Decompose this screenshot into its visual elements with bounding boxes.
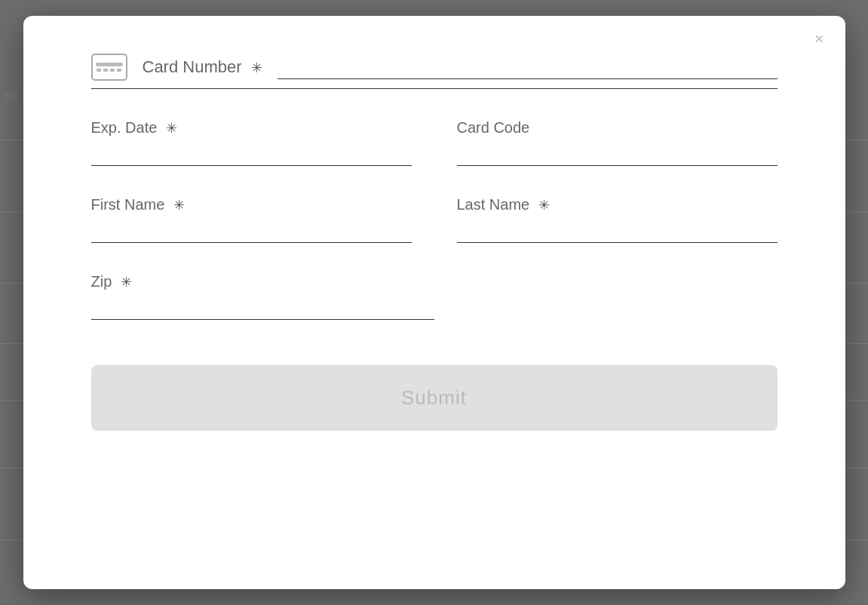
card-icon-dots (97, 69, 121, 72)
first-name-label: First Name ✳ (91, 196, 412, 213)
close-button[interactable]: × (814, 31, 824, 48)
modal-dialog: × Card Number ✳ Exp. Date ✳ (23, 16, 845, 589)
exp-date-input[interactable] (91, 143, 412, 166)
submit-button[interactable]: Submit (91, 365, 778, 431)
card-number-label: Card Number ✳ (143, 57, 262, 77)
zip-label: Zip ✳ (91, 273, 434, 290)
zip-row: Zip ✳ (91, 273, 778, 320)
card-code-input[interactable] (457, 143, 778, 166)
name-row: First Name ✳ Last Name ✳ (91, 196, 778, 243)
last-name-group: Last Name ✳ (457, 196, 778, 243)
zip-required: ✳ (121, 275, 132, 290)
card-code-label: Card Code (457, 119, 778, 137)
zip-group: Zip ✳ (91, 273, 434, 320)
card-code-group: Card Code (457, 119, 778, 166)
card-number-row: Card Number ✳ (91, 54, 778, 89)
exp-date-group: Exp. Date ✳ (91, 119, 412, 166)
card-number-required: ✳ (251, 60, 262, 75)
first-name-group: First Name ✳ (91, 196, 412, 243)
exp-date-card-code-row: Exp. Date ✳ Card Code (91, 119, 778, 166)
last-name-label: Last Name ✳ (457, 196, 778, 213)
first-name-required: ✳ (173, 198, 185, 213)
card-number-input[interactable] (278, 56, 778, 79)
zip-input[interactable] (91, 296, 434, 320)
last-name-input[interactable] (457, 220, 778, 243)
first-name-input[interactable] (91, 220, 412, 243)
exp-date-label: Exp. Date ✳ (91, 119, 412, 137)
card-icon-stripe (96, 63, 123, 66)
exp-date-required: ✳ (166, 121, 177, 136)
credit-card-icon (91, 54, 127, 81)
last-name-required: ✳ (538, 198, 550, 213)
